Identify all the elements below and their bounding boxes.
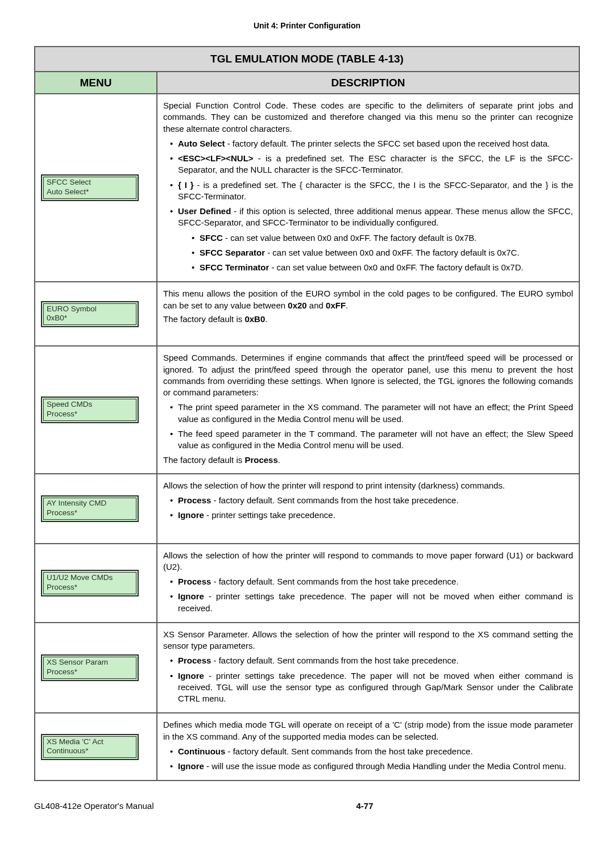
- list-item: Process - factory default. Sent commands…: [172, 655, 573, 666]
- term: 0x20: [288, 301, 306, 310]
- term-desc: - factory default. Sent commands from th…: [211, 577, 458, 586]
- term: SFCC Separator: [200, 248, 265, 257]
- term: Ignore: [178, 671, 204, 681]
- term: Auto Select: [178, 139, 225, 148]
- term: Ignore: [178, 591, 204, 601]
- term-desc: - factory default. Sent commands from th…: [211, 495, 458, 505]
- term-desc: - can set value between 0x0 and 0xFF. Th…: [269, 262, 523, 272]
- desc-text: This menu allows the position of the EUR…: [163, 288, 573, 311]
- term-desc: - can set value between 0x0 and 0xFF. Th…: [223, 233, 477, 243]
- term-desc: - will use the issue mode as configured …: [204, 761, 566, 771]
- list-item: Process - factory default. Sent commands…: [172, 576, 573, 587]
- list-item: User Defined - if this option is selecte…: [172, 206, 573, 273]
- chip-line2: Process*: [47, 583, 77, 591]
- chip-line1: Speed CMDs: [47, 400, 92, 408]
- table-row: EURO Symbol 0xB0* This menu allows the p…: [35, 282, 579, 346]
- description-header: DESCRIPTION: [157, 72, 579, 94]
- menu-chip-speed: Speed CMDs Process*: [41, 397, 139, 423]
- chip-line2: 0xB0*: [47, 314, 67, 322]
- menu-chip-xssensor: XS Sensor Param Process*: [41, 654, 139, 681]
- list-item: SFCC - can set value between 0x0 and 0xF…: [194, 232, 573, 244]
- list-item: { I } - is a predefined set. The { chara…: [172, 180, 573, 203]
- list-item: Auto Select - factory default. The print…: [172, 138, 573, 149]
- term: Process: [178, 656, 211, 665]
- chip-line1: AY Intensity CMD: [47, 499, 106, 507]
- term: Process: [244, 455, 277, 465]
- list-item: Ignore - will use the issue mode as conf…: [172, 761, 573, 772]
- term: { I }: [178, 180, 194, 190]
- term: Process: [178, 577, 211, 586]
- txt: The factory default is: [163, 455, 244, 465]
- menu-chip-ay: AY Intensity CMD Process*: [41, 495, 139, 522]
- desc-text: The factory default is 0xB0.: [163, 314, 573, 325]
- desc-text: XS Sensor Parameter. Allows the selectio…: [163, 629, 573, 652]
- table-row: AY Intensity CMD Process* Allows the sel…: [35, 474, 579, 544]
- emulation-table: TGL EMULATION MODE (TABLE 4-13) MENU DES…: [34, 46, 580, 782]
- list-item: Ignore - printer settings take precedenc…: [172, 510, 573, 521]
- chip-line2: Process*: [47, 508, 77, 517]
- desc-text: Speed Commands. Determines if engine com…: [163, 352, 573, 398]
- term: Continuous: [178, 746, 225, 756]
- chip-line1: EURO Symbol: [47, 304, 97, 313]
- desc-text: The factory default is Process.: [163, 454, 573, 466]
- term-desc: - printer settings take precedence. The …: [178, 671, 573, 704]
- list-item: Process - factory default. Sent commands…: [172, 495, 573, 506]
- menu-header: MENU: [35, 72, 157, 94]
- txt: and: [307, 301, 326, 310]
- term: <ESC><LF><NUL>: [178, 153, 254, 163]
- term-desc: - printer settings take precedence. The …: [178, 591, 573, 612]
- chip-line2: Process*: [47, 667, 77, 676]
- table-row: SFCC Select Auto Select* Special Functio…: [35, 94, 579, 282]
- chip-line1: XS Sensor Param: [47, 658, 108, 666]
- chip-line1: U1/U2 Move CMDs: [47, 573, 113, 582]
- menu-chip-sfcc: SFCC Select Auto Select*: [41, 174, 139, 201]
- desc-text: Special Function Control Code. These cod…: [163, 100, 573, 135]
- list-item: <ESC><LF><NUL> - is a predefined set. Th…: [172, 153, 573, 176]
- chip-line2: Auto Select*: [47, 187, 89, 196]
- term-desc: - can set value between 0x0 and 0xFF. Th…: [265, 248, 519, 257]
- menu-chip-xsmedia: XS Media 'C' Act Continuous*: [41, 734, 139, 761]
- term: User Defined: [178, 206, 231, 216]
- list-item: The print speed parameter in the XS comm…: [172, 402, 573, 425]
- list-item: Ignore - printer settings take precedenc…: [172, 670, 573, 705]
- table-row: XS Sensor Param Process* XS Sensor Param…: [35, 623, 579, 713]
- chip-line1: XS Media 'C' Act: [47, 737, 103, 746]
- table-row: Speed CMDs Process* Speed Commands. Dete…: [35, 346, 579, 473]
- table-row: XS Media 'C' Act Continuous* Defines whi…: [35, 713, 579, 781]
- txt: This menu allows the position of the EUR…: [163, 289, 573, 310]
- desc-text: Allows the selection of how the printer …: [163, 480, 573, 491]
- desc-text: Defines which media mode TGL will operat…: [163, 719, 573, 742]
- txt: .: [346, 301, 348, 310]
- term-desc: - factory default. The printer selects t…: [225, 139, 550, 148]
- txt: .: [265, 314, 267, 324]
- table-title: TGL EMULATION MODE (TABLE 4-13): [35, 47, 579, 72]
- term: Ignore: [178, 510, 204, 520]
- term: SFCC: [200, 233, 223, 243]
- term-desc: - factory default. Sent commands from th…: [211, 656, 458, 665]
- menu-chip-euro: EURO Symbol 0xB0*: [41, 301, 139, 328]
- term-desc: - if this option is selected, three addi…: [178, 206, 573, 227]
- footer-left: GL408-412e Operator's Manual: [34, 800, 154, 812]
- list-item: The feed speed parameter in the T comman…: [172, 428, 573, 452]
- term: 0xB0: [244, 314, 265, 324]
- unit-header: Unit 4: Printer Configuration: [34, 0, 580, 46]
- list-item: SFCC Separator - can set value between 0…: [194, 247, 573, 258]
- term: Process: [178, 495, 211, 505]
- term-desc: - printer settings take precedence.: [204, 510, 335, 520]
- table-row: U1/U2 Move CMDs Process* Allows the sele…: [35, 544, 579, 623]
- txt: .: [278, 455, 280, 465]
- term-desc: - is a predefined set. The { character i…: [178, 180, 573, 201]
- page-footer: GL408-412e Operator's Manual 4-77 x: [34, 781, 580, 812]
- term: Ignore: [178, 761, 204, 771]
- list-item: Continuous - factory default. Sent comma…: [172, 746, 573, 757]
- chip-line2: Process*: [47, 410, 77, 418]
- chip-line2: Continuous*: [47, 746, 89, 755]
- txt: The factory default is: [163, 314, 244, 324]
- term-desc: - factory default. Sent commands from th…: [225, 746, 472, 756]
- term: SFCC Terminator: [200, 262, 269, 272]
- desc-text: Allows the selection of how the printer …: [163, 550, 573, 573]
- term: 0xFF: [326, 301, 346, 310]
- list-item: Ignore - printer settings take precedenc…: [172, 591, 573, 614]
- chip-line1: SFCC Select: [47, 178, 91, 186]
- menu-chip-u1u2: U1/U2 Move CMDs Process*: [41, 570, 139, 596]
